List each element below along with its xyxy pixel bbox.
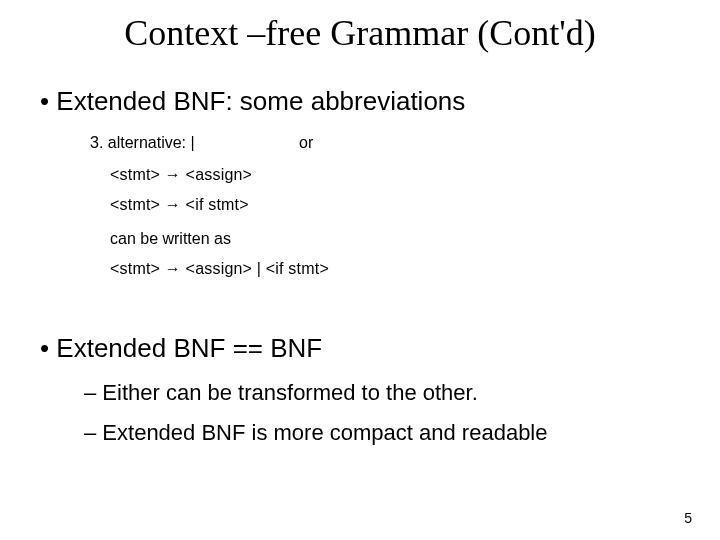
- grammar-rule-2: <stmt> → <if stmt>: [110, 193, 680, 217]
- slide-title: Context –free Grammar (Cont'd): [0, 12, 720, 54]
- alternative-heading-line: 3. alternative: | or: [90, 131, 680, 155]
- alternative-block: 3. alternative: | or <stmt> → <assign> <…: [90, 131, 680, 281]
- grammar-rule-combined: <stmt> → <assign> | <if stmt>: [110, 257, 680, 281]
- bullet-ebnf-equals-bnf: Extended BNF == BNF: [40, 333, 680, 364]
- grammar-rule-1: <stmt> → <assign>: [110, 163, 680, 187]
- bullet-ebnf-abbreviations: Extended BNF: some abbreviations: [40, 86, 680, 117]
- dash-item-compact: Extended BNF is more compact and readabl…: [84, 420, 680, 446]
- alternative-numbered-label: 3. alternative: |: [90, 134, 195, 151]
- dash-list: Either can be transformed to the other. …: [84, 380, 680, 446]
- spacer: [40, 287, 680, 327]
- slide: Context –free Grammar (Cont'd) Extended …: [0, 0, 720, 540]
- alternative-or-word: or: [299, 131, 313, 155]
- slide-body: Extended BNF: some abbreviations 3. alte…: [40, 80, 680, 460]
- can-be-written-as: can be written as: [110, 227, 680, 251]
- dash-item-transform: Either can be transformed to the other.: [84, 380, 680, 406]
- page-number: 5: [684, 510, 692, 526]
